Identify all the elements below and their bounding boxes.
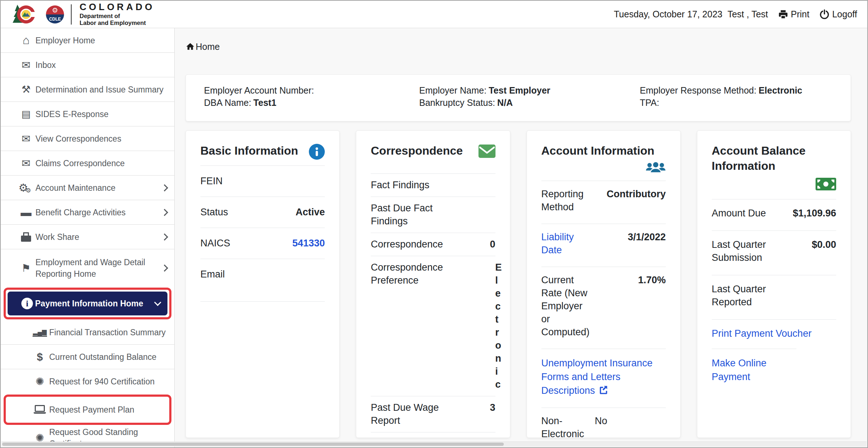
print-payment-voucher-row: Print Payment Voucher xyxy=(712,319,836,349)
sidebar-item-inbox[interactable]: Inbox xyxy=(1,53,174,77)
last-quarter-submission-label: Last Quarter Submission xyxy=(712,238,788,264)
svg-text:CDLE: CDLE xyxy=(49,17,61,22)
chevron-down-icon xyxy=(154,299,161,306)
sidebar-item-view-correspondences[interactable]: View Correspondences xyxy=(1,126,174,151)
certificate-seal-icon xyxy=(33,375,47,388)
amount-due-row: Amount Due $1,109.96 xyxy=(712,199,836,231)
fein-row: FEIN xyxy=(200,165,325,197)
breadcrumb: Home xyxy=(186,40,851,53)
breadcrumb-home-link[interactable]: Home xyxy=(196,42,220,52)
make-online-payment-row: Make Online Payment xyxy=(712,349,836,392)
dollar-icon xyxy=(33,351,47,363)
employer-info-col2: Employer Name:Test Employer Bankruptcy S… xyxy=(419,84,640,121)
reporting-method-row: Reporting Method Contributory xyxy=(541,181,666,224)
sidebar-item-claims-correspondence[interactable]: Claims Correspondence xyxy=(1,151,174,176)
horizontal-scrollbar[interactable] xyxy=(1,441,867,447)
last-quarter-submission-row: Last Quarter Submission $0.00 xyxy=(712,231,836,275)
logoff-label: Logoff xyxy=(832,9,857,20)
cdle-phone-link[interactable]: +1 303-318-9100 xyxy=(452,437,501,438)
sidebar-item-benefit-charge-activities[interactable]: Benefit Charge Activities xyxy=(1,200,174,225)
liability-date-row: Liability Date 3/1/2022 xyxy=(541,224,666,267)
liability-date-value: 3/1/2022 xyxy=(590,231,666,244)
sidebar-item-label: Employment and Wage Detail Reporting Hom… xyxy=(35,257,162,280)
scrollbar-thumb[interactable] xyxy=(2,443,504,446)
last-quarter-submission-value: $0.00 xyxy=(788,238,836,251)
liability-date-link[interactable]: Liability Date xyxy=(541,231,590,257)
sidebar-item-account-maintenance[interactable]: Account Maintenance xyxy=(1,176,174,200)
chevron-right-icon xyxy=(161,184,168,191)
envelope-icon xyxy=(19,59,33,71)
power-icon xyxy=(820,9,829,19)
sidebar-item-employment-wage-detail-reporting-home[interactable]: Employment and Wage Detail Reporting Hom… xyxy=(1,249,174,287)
account-balance-information-card: Account Balance Information xyxy=(697,130,851,438)
basic-information-card: Basic Information FEIN xyxy=(186,130,340,438)
sidebar-item-employer-home[interactable]: Employer Home xyxy=(1,28,174,53)
chevron-right-icon xyxy=(161,264,168,272)
status-value: Active xyxy=(263,206,325,219)
sidebar-item-label: Inbox xyxy=(35,59,167,71)
home-icon xyxy=(19,34,33,47)
ui-forms-letters-row: Unemployment Insurance Forms and Letters… xyxy=(541,349,666,408)
sidebar-item-payment-information-home[interactable]: Payment Information Home xyxy=(8,292,167,315)
dba-name-label: DBA Name: xyxy=(204,98,251,108)
divider xyxy=(200,301,325,302)
envelope-icon xyxy=(19,133,33,145)
sidebar-item-financial-transaction-summary[interactable]: Financial Transaction Summary xyxy=(1,320,174,345)
svg-text:⚙: ⚙ xyxy=(52,7,58,14)
correspondence-preference-label: Correspondence Preference xyxy=(371,261,452,287)
app-window: ⚙ CDLE COLORADO Department of Labor and … xyxy=(0,0,868,448)
sidebar-item-request-940-certification[interactable]: Request for 940 Certification xyxy=(1,369,174,394)
sidebar-item-label: Determination and Issue Summary xyxy=(35,84,167,95)
correspondence-count-value: 0 xyxy=(452,238,495,251)
print-icon xyxy=(778,9,788,19)
print-payment-voucher-link[interactable]: Print Payment Voucher xyxy=(712,328,812,339)
brand-dept-line1: Department of xyxy=(80,13,155,20)
current-rate-label: Current Rate (New Employer or Computed) xyxy=(541,273,590,339)
tpa-label: TPA: xyxy=(640,98,659,108)
sidebar-item-request-payment-plan[interactable]: Request Payment Plan xyxy=(6,397,169,423)
fact-findings-label: Fact Findings xyxy=(371,178,452,191)
money-bill-icon xyxy=(816,178,836,190)
brand-dept-line2: Labor and Employment xyxy=(80,20,155,26)
make-online-payment-link[interactable]: Make Online Payment xyxy=(712,356,775,384)
annotation-box-payment-information-home: Payment Information Home xyxy=(4,288,171,319)
laptop-icon xyxy=(33,404,47,415)
info-circle-icon xyxy=(309,144,325,160)
book-icon xyxy=(19,108,33,120)
colorado-cdle-logo: ⚙ CDLE COLORADO Department of Labor and … xyxy=(12,2,155,26)
naics-row: NAICS 541330 xyxy=(200,228,325,259)
last-quarter-reported-row: Last Quarter Reported xyxy=(712,275,836,319)
past-due-wage-report-value: 3 xyxy=(452,401,495,414)
non-electronic-filing-waiver-label: Non-Electronic Filing Waiver xyxy=(541,414,590,438)
home-icon xyxy=(186,42,195,51)
sidebar-item-current-outstanding-balance[interactable]: Current Outstanding Balance xyxy=(1,345,174,369)
employer-account-number-label: Employer Account Number: xyxy=(204,85,314,95)
cdle-employer-services-label: CDLE Employer Services xyxy=(371,437,452,438)
sidebar-item-work-share[interactable]: Work Share xyxy=(1,225,174,249)
sidebar-item-label: Claims Correspondence xyxy=(35,158,167,169)
employer-response-method-label: Employer Response Method: xyxy=(640,85,756,95)
non-electronic-filing-waiver-row: Non-Electronic Filing Waiver No xyxy=(541,408,666,438)
chevron-right-icon xyxy=(161,233,168,241)
amount-due-value: $1,109.96 xyxy=(788,207,836,220)
sidebar-item-label: SIDES E-Response xyxy=(35,108,167,120)
naics-code-link[interactable]: 541330 xyxy=(263,237,325,250)
employer-name-value: Test Employer xyxy=(489,85,550,95)
sidebar-item-sides-e-response[interactable]: SIDES E-Response xyxy=(1,102,174,126)
ui-forms-letters-link[interactable]: Unemployment Insurance Forms and Letters… xyxy=(541,358,653,396)
top-header: ⚙ CDLE COLORADO Department of Labor and … xyxy=(1,1,867,28)
sidebar-item-determination-issue-summary[interactable]: Determination and Issue Summary xyxy=(1,77,174,102)
logoff-button[interactable]: Logoff xyxy=(820,9,857,20)
correspondence-card: Correspondence Fact Findings xyxy=(356,130,510,438)
past-due-wage-report-row: Past Due Wage Report 3 xyxy=(371,396,495,432)
users-icon xyxy=(646,160,666,175)
past-due-wage-report-label: Past Due Wage Report xyxy=(371,401,452,427)
print-button[interactable]: Print xyxy=(778,9,809,20)
bankruptcy-status-label: Bankruptcy Status: xyxy=(419,98,495,108)
sidebar-item-label: Payment Information Home xyxy=(35,298,155,309)
info-icon xyxy=(21,298,33,309)
employer-info-col3: Employer Response Method:Electronic TPA: xyxy=(640,84,851,121)
envelope-icon xyxy=(19,157,33,169)
sidebar-item-label: Financial Transaction Summary xyxy=(49,327,167,338)
naics-label: NAICS xyxy=(200,237,263,250)
